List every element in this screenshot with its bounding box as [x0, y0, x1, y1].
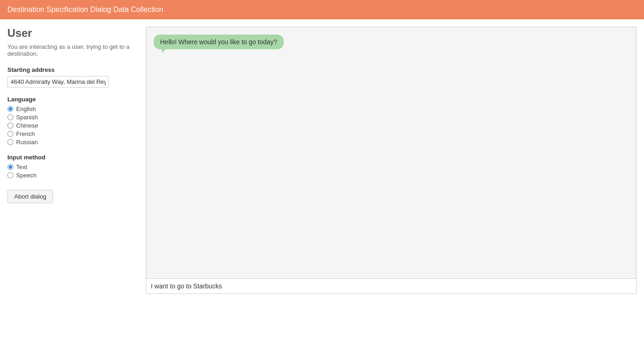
header-title: Destination Specification Dialog Data Co… — [7, 6, 163, 13]
language-option-chinese-label: Chinese — [16, 122, 38, 129]
starting-address-input[interactable] — [7, 76, 109, 88]
language-radio-russian[interactable] — [7, 139, 13, 145]
language-option-spanish-label: Spanish — [16, 114, 38, 121]
chat-panel: Hello! Where would you like to go today? — [146, 27, 637, 294]
language-label: Language — [7, 96, 137, 103]
starting-address-section: Starting address — [7, 66, 137, 88]
input-method-section: Input method Text Speech — [7, 154, 137, 179]
chat-area: Hello! Where would you like to go today? — [146, 27, 636, 278]
input-method-radio-text[interactable] — [7, 164, 13, 170]
language-option-french[interactable]: French — [7, 130, 137, 137]
language-radio-french[interactable] — [7, 131, 13, 137]
language-option-spanish[interactable]: Spanish — [7, 114, 137, 121]
input-method-option-text-label: Text — [16, 164, 27, 170]
bot-message-text: Hello! Where would you like to go today? — [160, 38, 277, 46]
chat-input[interactable] — [151, 282, 632, 290]
input-method-option-speech[interactable]: Speech — [7, 172, 137, 179]
language-option-english-label: English — [16, 106, 36, 112]
language-radio-chinese[interactable] — [7, 123, 13, 129]
language-section: Language English Spanish Chinese French … — [7, 96, 137, 146]
input-method-label: Input method — [7, 154, 137, 161]
page-subtitle: You are interacting as a user, trying to… — [7, 43, 137, 57]
language-option-french-label: French — [16, 130, 35, 137]
language-option-russian[interactable]: Russian — [7, 139, 137, 146]
chat-input-area[interactable] — [146, 278, 636, 293]
input-method-option-text[interactable]: Text — [7, 164, 137, 170]
language-radio-english[interactable] — [7, 106, 13, 112]
starting-address-label: Starting address — [7, 66, 137, 73]
left-panel: User You are interacting as a user, tryi… — [7, 27, 137, 294]
language-option-english[interactable]: English — [7, 106, 137, 112]
app-header: Destination Specification Dialog Data Co… — [0, 0, 644, 19]
input-method-radio-speech[interactable] — [7, 172, 13, 178]
language-radio-spanish[interactable] — [7, 114, 13, 120]
main-content: User You are interacting as a user, tryi… — [0, 19, 644, 301]
page-title: User — [7, 27, 137, 40]
input-method-option-speech-label: Speech — [16, 172, 36, 179]
language-option-russian-label: Russian — [16, 139, 38, 146]
language-option-chinese[interactable]: Chinese — [7, 122, 137, 129]
abort-dialog-button[interactable]: Abort dialog — [7, 190, 53, 203]
bot-message: Hello! Where would you like to go today? — [154, 35, 284, 49]
